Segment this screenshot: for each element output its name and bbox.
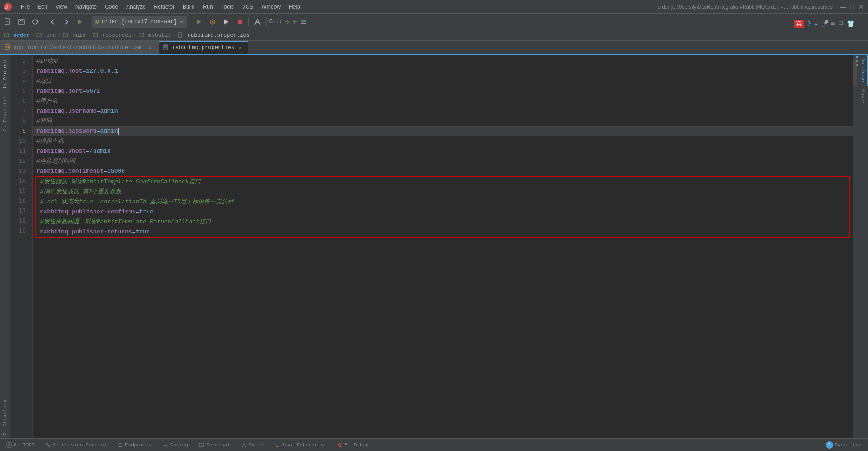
tab-xml-close[interactable]: ✕ xyxy=(147,45,154,51)
breadcrumb-order[interactable]: order xyxy=(4,32,30,39)
close-button[interactable]: ✕ xyxy=(858,4,864,10)
menu-code[interactable]: Code xyxy=(101,3,122,11)
back-button[interactable] xyxy=(47,16,59,28)
version-control-panel[interactable]: 9: Version Control xyxy=(43,441,109,449)
menu-vcs[interactable]: VCS xyxy=(238,3,257,11)
java-enterprise-panel[interactable]: Java Enterprise xyxy=(272,441,329,449)
code-line-4[interactable]: #端口 xyxy=(33,76,853,86)
code-line-3[interactable]: rabbitmq.host=127.0.0.1 xyxy=(33,66,853,76)
menu-refactor[interactable]: Refactor xyxy=(150,3,178,11)
code-line-5[interactable]: rabbitmq.port=5672 xyxy=(33,86,853,96)
breadcrumb-resources[interactable]: resources xyxy=(93,32,132,39)
toolbar-separator-1 xyxy=(44,17,44,26)
event-log-badge: 1 xyxy=(826,441,833,449)
svg-rect-23 xyxy=(179,33,182,37)
menu-edit[interactable]: Edit xyxy=(34,3,51,11)
structure-panel-toggle[interactable]: 7: Structure xyxy=(1,397,9,438)
code-line-2[interactable]: #IP地址 xyxy=(33,56,853,66)
code-line-16[interactable]: # ack 状态为true correlationId 全局唯一ID用于标识每一… xyxy=(36,197,849,207)
menu-window[interactable]: Window xyxy=(258,3,284,11)
code-line-18[interactable]: #发送失败回退，对应RabbitTemplate.ReturnCallback接… xyxy=(36,217,849,227)
maximize-button[interactable]: □ xyxy=(849,4,855,10)
moon-icon: ☽ xyxy=(807,19,811,28)
code-line-11[interactable]: rabbitmq.vhost=/admin xyxy=(33,146,853,156)
window-title: order [C:\Users\ly\Desktop\integration-R… xyxy=(658,4,833,10)
endpoints-panel[interactable]: Endpoints xyxy=(115,441,154,449)
tab-props-close[interactable]: ✕ xyxy=(237,45,243,51)
run-recent-button[interactable] xyxy=(74,16,86,28)
breadcrumb-file[interactable]: rabbitmq.properties xyxy=(178,32,250,39)
code-line-6[interactable]: #用户名 xyxy=(33,96,853,106)
val-password: admin xyxy=(100,126,118,136)
breadcrumb-src[interactable]: src xyxy=(36,32,56,39)
todo-panel[interactable]: 6: TODO xyxy=(4,441,37,449)
key-port: rabbitmq.port xyxy=(36,86,82,96)
key-username: rabbitmq.username xyxy=(36,106,97,116)
editor-scrollbar[interactable] xyxy=(853,55,858,438)
menu-run[interactable]: Run xyxy=(199,3,217,11)
forward-button[interactable] xyxy=(60,16,72,28)
tab-xml[interactable]: XML applicationContext-rabbitmq-producer… xyxy=(0,41,159,54)
comment-confirm: #发送确认 对应RabbitTemplate.ConfirmCallback接口 xyxy=(40,177,201,187)
code-line-19[interactable]: rabbitmq.publisher-returns=true xyxy=(36,227,849,237)
code-line-13[interactable]: rabbitmq.conTimeout=15000 xyxy=(33,166,853,176)
svg-marker-7 xyxy=(180,21,184,23)
menu-tools[interactable]: Tools xyxy=(218,3,238,11)
code-line-10[interactable]: #虚拟主机 xyxy=(33,136,853,146)
change-markers xyxy=(856,55,858,101)
debug-panel[interactable]: 5: Debug xyxy=(335,441,372,449)
code-line-8[interactable]: #密码 xyxy=(33,116,853,126)
build-panel[interactable]: Build xyxy=(238,441,266,449)
menu-file[interactable]: File xyxy=(17,3,33,11)
java-enterprise-label: Java Enterprise xyxy=(282,442,327,448)
line-num-11: 11 xyxy=(10,146,30,156)
maven-panel-toggle[interactable]: Maven xyxy=(858,86,868,108)
run-with-coverage[interactable] xyxy=(220,16,232,28)
open-file-button[interactable] xyxy=(15,16,27,28)
menu-bar: File Edit View Navigate Code Analyze Ref… xyxy=(17,3,304,11)
code-line-15[interactable]: #消息发送成功 有2个重要参数 xyxy=(36,187,849,197)
val-vhost: /admin xyxy=(89,146,111,156)
tab-props[interactable]: rabbitmq.properties ✕ xyxy=(159,41,248,54)
event-log-panel[interactable]: 1 Event Log xyxy=(823,441,864,450)
code-line-12[interactable]: #连接超时时间 xyxy=(33,156,853,166)
git-label: Git: xyxy=(269,19,283,25)
menu-build[interactable]: Build xyxy=(179,3,198,11)
code-line-14[interactable]: #发送确认 对应RabbitTemplate.ConfirmCallback接口 xyxy=(36,177,849,187)
run-button[interactable] xyxy=(193,16,205,28)
debug-label: 5: Debug xyxy=(345,442,369,448)
system-tray: 英 ☽ ✦ 🎤 ⌨ 🖥 👕 xyxy=(794,19,854,28)
project-panel-toggle[interactable]: 1: Project xyxy=(1,56,9,92)
spring-panel[interactable]: Spring xyxy=(160,441,191,449)
run-configuration[interactable]: order [tomcat7:run-war] xyxy=(92,16,187,28)
event-log-label: Event Log xyxy=(835,442,862,448)
menu-analyze[interactable]: Analyze xyxy=(123,3,149,11)
line-num-7: 7 xyxy=(10,106,30,116)
debug-button[interactable] xyxy=(207,16,218,28)
favorites-panel-toggle[interactable]: 2: Favorites xyxy=(1,93,9,134)
terminal-panel[interactable]: Terminal xyxy=(196,441,233,449)
todo-icon xyxy=(6,442,12,448)
props-file-icon xyxy=(163,44,169,52)
endpoints-label: Endpoints xyxy=(125,442,152,448)
minimize-button[interactable]: — xyxy=(840,4,846,10)
svg-point-39 xyxy=(339,444,341,446)
line-num-4: 4 xyxy=(10,76,30,86)
breadcrumb-mybatis[interactable]: mybatis xyxy=(139,32,171,39)
code-line-17[interactable]: rabbitmq.publisher-confirms=true xyxy=(36,207,849,217)
breadcrumb-main[interactable]: main xyxy=(63,32,85,39)
key-vhost: rabbitmq.vhost xyxy=(36,146,86,156)
val-publisher-returns: true xyxy=(136,227,150,237)
svg-marker-5 xyxy=(37,20,39,22)
new-file-button[interactable] xyxy=(2,16,14,28)
stop-button[interactable] xyxy=(234,16,246,28)
code-line-7[interactable]: rabbitmq.username=admin xyxy=(33,106,853,116)
menu-navigate[interactable]: Navigate xyxy=(72,3,100,11)
code-line-9[interactable]: rabbitmq.password=admin xyxy=(33,126,853,136)
sync-button[interactable] xyxy=(29,16,41,28)
build-project-button[interactable] xyxy=(252,16,263,28)
menu-view[interactable]: View xyxy=(52,3,71,11)
menu-help[interactable]: Help xyxy=(285,3,304,11)
database-panel-toggle[interactable]: Database xyxy=(858,55,868,86)
code-area[interactable]: #IP地址 rabbitmq.host=127.0.0.1 #端口 rabbit… xyxy=(33,55,853,438)
